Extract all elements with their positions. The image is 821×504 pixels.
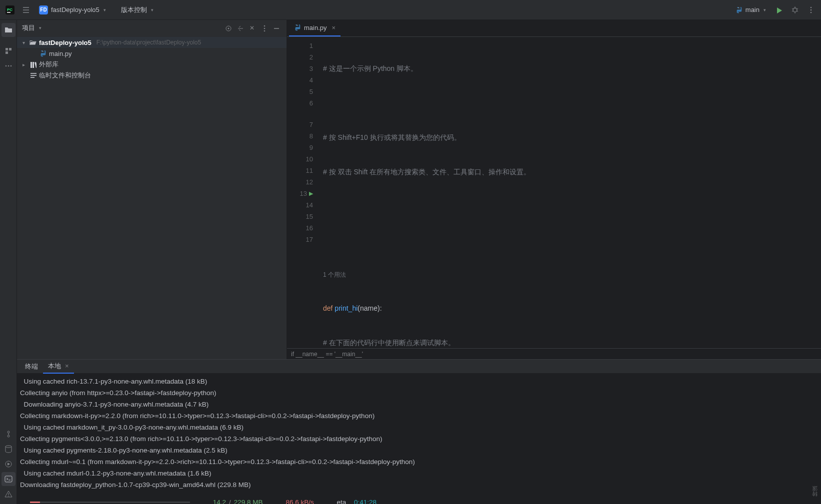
progress-total: 229.8 MB (234, 497, 263, 504)
svg-text:PC: PC (7, 7, 12, 12)
project-name-label: fastDeploy-yolo5 (51, 6, 100, 13)
problems-tool-button[interactable] (2, 487, 16, 501)
terminal-line: Using cached markdown_it_py-3.0.0-py3-no… (20, 422, 821, 433)
editor-tab-mainpy[interactable]: main.py × (289, 20, 340, 36)
gutter-run-icon[interactable]: ▶ (309, 188, 313, 199)
usages-hint[interactable]: 1 个用法 (323, 269, 346, 281)
tool-settings-button[interactable]: ✕ (246, 22, 258, 33)
progress-done: 14.2 (213, 497, 226, 504)
tree-root-label: fastDeploy-yolo5 (39, 39, 92, 46)
chevron-down-icon[interactable]: ▾ (39, 25, 42, 30)
terminal-line: Downloading fastdeploy_python-1.0.7-cp39… (20, 479, 821, 491)
chevron-down-icon[interactable]: ▾ (20, 40, 27, 45)
hide-tool-button[interactable] (270, 22, 282, 33)
svg-rect-21 (7, 12, 10, 13)
terminal-title: 终端 (20, 360, 43, 374)
close-tab-button[interactable]: × (332, 24, 336, 31)
books-icon (29, 60, 37, 68)
terminal-line: Collecting pygments<3.0.0,>=2.13.0 (from… (20, 433, 821, 445)
more-actions-button[interactable] (804, 3, 818, 17)
pycharm-logo-icon[interactable]: PC (3, 3, 17, 17)
tool-options-button[interactable] (258, 22, 270, 33)
expand-all-button[interactable] (234, 22, 246, 33)
terminal-tool-button[interactable] (2, 472, 16, 486)
tree-external-libs[interactable]: ▸ 外部库 (17, 59, 286, 70)
run-tool-button[interactable] (2, 457, 16, 471)
services-button[interactable] (2, 442, 16, 456)
terminal-line: Using cached mdurl-0.1.2-py3-none-any.wh… (20, 468, 821, 479)
structure-tool-button[interactable] (2, 44, 16, 58)
chevron-down-icon: ▾ (151, 7, 154, 12)
terminal-line: Collecting anyio (from httpx>=0.23.0->fa… (20, 387, 821, 399)
terminal-line: Using cached rich-13.7.1-py3-none-any.wh… (20, 376, 821, 387)
tree-root-path: F:\python-data\project\fastDeploy-yolo5 (96, 39, 201, 46)
tree-root[interactable]: ▾ fastDeploy-yolo5 F:\python-data\projec… (17, 37, 286, 48)
bottom-left-tool-stripe (0, 359, 17, 504)
progress-eta: 0:41:28 (354, 497, 376, 504)
tree-scratches[interactable]: 临时文件和控制台 (17, 70, 286, 81)
terminal-line: Collecting markdown-it-py>=2.2.0 (from r… (20, 410, 821, 422)
folder-icon (29, 38, 37, 46)
tree-scratches-label: 临时文件和控制台 (39, 71, 91, 80)
scratch-icon (29, 71, 37, 79)
tree-external-libs-label: 外部库 (39, 60, 58, 69)
python-icon (736, 6, 742, 13)
gutter[interactable]: 1 2 3 4 5 6 7 8 9 10 11 12 13▶ 14 15 16 … (287, 37, 317, 348)
more-tools-button[interactable] (2, 59, 16, 73)
chevron-right-icon[interactable]: ▸ (20, 62, 27, 67)
project-selector[interactable]: FD fastDeploy-yolo5 ▾ (35, 3, 110, 17)
terminal-line: Collecting mdurl~=0.1 (from markdown-it-… (20, 456, 821, 468)
chevron-down-icon: ▾ (104, 7, 106, 12)
run-config-label: main (746, 6, 760, 13)
tree-file-label: main.py (49, 50, 72, 57)
close-icon[interactable]: × (65, 362, 69, 370)
main-menu-button[interactable] (19, 3, 33, 17)
debug-button[interactable] (788, 3, 802, 17)
breadcrumb[interactable]: if __name__ == '__main__' (287, 348, 821, 359)
vcs-menu-label: 版本控制 (121, 5, 147, 14)
python-icon (39, 49, 47, 57)
progress-eta-label: eta (336, 497, 346, 504)
select-opened-file-button[interactable] (222, 22, 234, 33)
run-config-selector[interactable]: main ▾ (732, 3, 770, 17)
tree-file-mainpy[interactable]: main.py (17, 48, 286, 59)
python-console-button[interactable] (2, 427, 16, 441)
progress-speed: 86.6 kB/s (286, 497, 314, 504)
terminal-output[interactable]: Using cached rich-13.7.1-py3-none-any.wh… (17, 374, 821, 504)
vcs-menu[interactable]: 版本控制 ▾ (117, 3, 158, 17)
run-button[interactable] (772, 3, 786, 17)
chevron-down-icon: ▾ (764, 7, 766, 12)
project-badge-icon: FD (39, 5, 48, 14)
code-editor[interactable]: 1 2 3 4 5 6 7 8 9 10 11 12 13▶ 14 15 16 … (287, 37, 821, 348)
terminal-line: Downloading anyio-3.7.1-py3-none-any.whl… (20, 399, 821, 410)
project-tool-title: 项目 (22, 23, 35, 32)
project-tool-button[interactable] (2, 23, 16, 37)
terminal-right-stripe: 滚 转 (808, 374, 821, 504)
python-icon (294, 24, 301, 31)
editor-tab-label: main.py (304, 24, 327, 31)
terminal-tab-local[interactable]: 本地 × (43, 360, 74, 374)
left-tool-stripe (0, 20, 17, 359)
terminal-line: Using cached pygments-2.18.0-py3-none-an… (20, 445, 821, 456)
download-progress-bar (30, 502, 190, 503)
